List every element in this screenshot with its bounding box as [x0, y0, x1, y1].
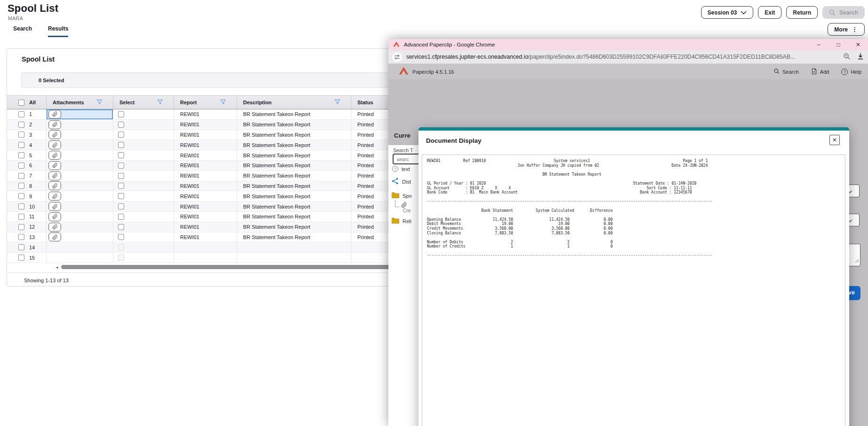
row-checkbox[interactable] [18, 244, 24, 250]
attachment-cell [47, 181, 113, 192]
attachment-button[interactable] [48, 110, 61, 119]
row-number-cell: 3 [7, 130, 47, 140]
attachment-cell [47, 171, 113, 181]
attachment-button[interactable] [48, 140, 61, 149]
attachment-button[interactable] [48, 171, 61, 180]
row-number: 10 [29, 204, 35, 209]
zoom-out-icon[interactable] [843, 53, 851, 62]
select-cell [113, 181, 174, 192]
search-icon [773, 68, 780, 75]
attachment-cell [47, 232, 113, 243]
select-checkbox[interactable] [118, 193, 124, 199]
select-checkbox[interactable] [118, 203, 124, 209]
row-number-cell: 11 [7, 212, 47, 222]
row-checkbox[interactable] [18, 193, 24, 199]
search-type-label-fragment: Search T [393, 147, 413, 153]
row-checkbox[interactable] [18, 142, 24, 148]
report-cell: REWI01 [174, 222, 237, 232]
attachment-button[interactable] [48, 120, 61, 129]
chrome-urlbar[interactable]: services1.cfpresales.jupiter-ecs.oneadva… [388, 50, 868, 64]
close-window-icon[interactable]: ✕ [848, 39, 868, 50]
download-icon[interactable] [857, 53, 864, 62]
attachment-button[interactable] [48, 181, 61, 190]
tab-search[interactable]: Search [13, 25, 32, 37]
close-icon[interactable]: ✕ [829, 135, 840, 145]
attachment-cell [47, 191, 113, 201]
spool-folder-item[interactable]: Spo [392, 192, 412, 199]
select-cell [113, 140, 174, 150]
select-checkbox[interactable] [118, 152, 124, 158]
filter-icon[interactable] [157, 99, 163, 106]
related-folder-item[interactable]: Reli [392, 217, 411, 225]
paperclip-page: Curre Search T ? text Dist Spo Cre Reli [388, 79, 868, 426]
app-name: Paperclip 4.5.1.16 [412, 69, 454, 75]
row-number-cell: 12 [7, 222, 47, 232]
add-menu-label: Add [820, 69, 829, 75]
attachment-button[interactable] [48, 232, 61, 241]
attachment-button[interactable] [48, 161, 61, 170]
select-checkbox[interactable] [118, 234, 124, 240]
select-cell [113, 130, 174, 140]
select-all-checkbox[interactable] [18, 100, 24, 106]
document-viewer: REWI01 Ref 200918 System services1 Page … [422, 155, 845, 426]
attachment-button[interactable] [48, 202, 61, 211]
select-checkbox[interactable] [118, 173, 124, 179]
row-checkbox[interactable] [18, 163, 24, 169]
attachment-button[interactable] [48, 192, 61, 201]
report-cell: REWI01 [174, 181, 237, 192]
paperclip-help-menu[interactable]: ? Help [841, 69, 861, 75]
exit-button[interactable]: Exit [758, 6, 781, 19]
chrome-window: Advanced Paperclip - Google Chrome – □ ✕… [388, 39, 868, 426]
row-checkbox[interactable] [18, 152, 24, 158]
text-type-label: text [402, 166, 410, 172]
select-checkbox[interactable] [118, 163, 124, 169]
row-checkbox[interactable] [18, 214, 24, 220]
filter-icon[interactable] [334, 99, 340, 106]
attachment-button[interactable] [48, 212, 61, 221]
filter-icon[interactable] [96, 99, 103, 106]
row-checkbox[interactable] [18, 132, 24, 138]
attachment-button[interactable] [48, 151, 61, 160]
row-number-cell: 8 [7, 181, 47, 192]
row-checkbox[interactable] [18, 122, 24, 128]
row-number-cell: 4 [7, 140, 47, 150]
row-checkbox[interactable] [18, 173, 24, 179]
row-checkbox[interactable] [18, 255, 24, 261]
site-settings-icon[interactable] [392, 52, 402, 62]
select-checkbox[interactable] [118, 111, 124, 117]
select-checkbox[interactable] [118, 224, 124, 230]
scroll-left-icon[interactable]: ◂ [56, 265, 58, 270]
resize-handle-icon[interactable] [855, 256, 859, 265]
select-checkbox[interactable] [118, 122, 124, 128]
paperclip-search-menu[interactable]: Search [773, 68, 799, 75]
session-dropdown[interactable]: Session 03 [701, 6, 754, 19]
row-checkbox[interactable] [18, 203, 24, 209]
search-icon [829, 9, 836, 16]
minimize-icon[interactable]: – [809, 39, 829, 50]
select-checkbox[interactable] [118, 132, 124, 138]
filter-icon[interactable] [220, 99, 226, 106]
select-checkbox[interactable] [118, 183, 124, 189]
tab-results[interactable]: Results [48, 25, 68, 37]
attachment-button[interactable] [48, 223, 61, 232]
row-checkbox[interactable] [18, 224, 24, 230]
maximize-icon[interactable]: □ [829, 39, 848, 50]
description-cell: BR Statement Takeon Report [237, 232, 351, 243]
chrome-titlebar[interactable]: Advanced Paperclip - Google Chrome – □ ✕ [388, 39, 868, 50]
description-cell: BR Statement Takeon Report [237, 140, 351, 150]
more-button[interactable]: More ⋮ [828, 23, 865, 36]
search-button[interactable]: Search [822, 6, 865, 19]
header-description: Description [237, 96, 351, 109]
row-checkbox[interactable] [18, 111, 24, 117]
row-checkbox[interactable] [18, 183, 24, 189]
return-button[interactable]: Return [786, 6, 818, 19]
url-domain: services1.cfpresales.jupiter-ecs.oneadva… [406, 54, 528, 60]
distribute-item[interactable]: Dist [392, 178, 411, 186]
row-checkbox[interactable] [18, 234, 24, 240]
report-cell: REWI01 [174, 232, 237, 243]
select-checkbox[interactable] [118, 142, 124, 148]
select-checkbox[interactable] [118, 214, 124, 220]
url-text[interactable]: services1.cfpresales.jupiter-ecs.oneadva… [406, 54, 811, 60]
paperclip-add-menu[interactable]: Add [811, 68, 829, 76]
attachment-button[interactable] [48, 130, 61, 139]
